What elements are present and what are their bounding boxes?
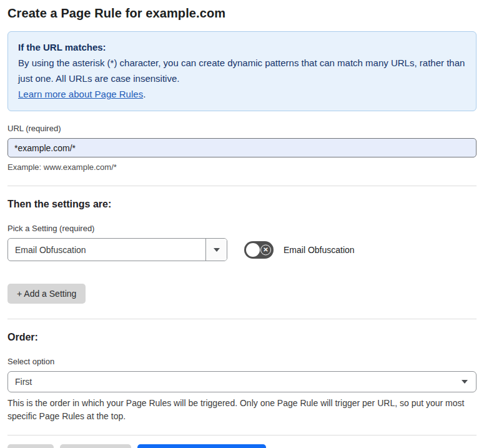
info-box-link-line: Learn more about Page Rules.: [18, 86, 466, 102]
cancel-button[interactable]: Cancel: [7, 444, 54, 448]
pick-setting-label: Pick a Setting (required): [7, 224, 477, 233]
toggle-knob: [246, 243, 260, 257]
email-obfuscation-toggle[interactable]: ✕: [244, 241, 274, 259]
chevron-down-icon: [462, 380, 468, 384]
save-and-deploy-button[interactable]: Save and Deploy Page Rule: [137, 444, 266, 448]
order-helper-text: This is the order in which your Page Rul…: [7, 397, 477, 423]
order-section-heading: Order:: [7, 332, 477, 343]
setting-select-caret-box[interactable]: [205, 239, 227, 261]
divider: [7, 186, 477, 186]
url-matches-info-box: If the URL matches: By using the asteris…: [7, 31, 477, 111]
settings-section-heading: Then the settings are:: [7, 199, 477, 210]
footer-actions: Cancel Save as Draft Save and Deploy Pag…: [7, 444, 477, 448]
toggle-label: Email Obfuscation: [284, 245, 355, 255]
url-input[interactable]: [7, 138, 477, 157]
url-example-helper: Example: www.example.com/*: [7, 162, 477, 172]
info-box-body: By using the asterisk (*) character, you…: [18, 55, 466, 86]
setting-select[interactable]: Email Obfuscation: [7, 238, 227, 261]
link-suffix: .: [143, 89, 146, 99]
learn-more-link[interactable]: Learn more about Page Rules: [18, 89, 143, 99]
order-select[interactable]: First: [7, 371, 477, 392]
email-obfuscation-toggle-group: ✕ Email Obfuscation: [244, 241, 355, 259]
page-title: Create a Page Rule for example.com: [7, 6, 477, 21]
setting-select-value: Email Obfuscation: [8, 239, 205, 261]
divider: [7, 319, 477, 319]
save-as-draft-button[interactable]: Save as Draft: [60, 444, 132, 448]
chevron-down-icon: [214, 248, 220, 252]
url-field-label: URL (required): [7, 124, 477, 133]
info-box-heading: If the URL matches:: [18, 39, 466, 55]
setting-row: Email Obfuscation ✕ Email Obfuscation: [7, 238, 477, 261]
order-select-label: Select option: [7, 357, 477, 366]
order-select-value: First: [15, 377, 32, 387]
create-page-rule-panel: Create a Page Rule for example.com If th…: [0, 0, 484, 448]
add-setting-button[interactable]: + Add a Setting: [7, 284, 86, 304]
toggle-off-x-icon: ✕: [260, 244, 271, 255]
divider: [7, 435, 477, 436]
